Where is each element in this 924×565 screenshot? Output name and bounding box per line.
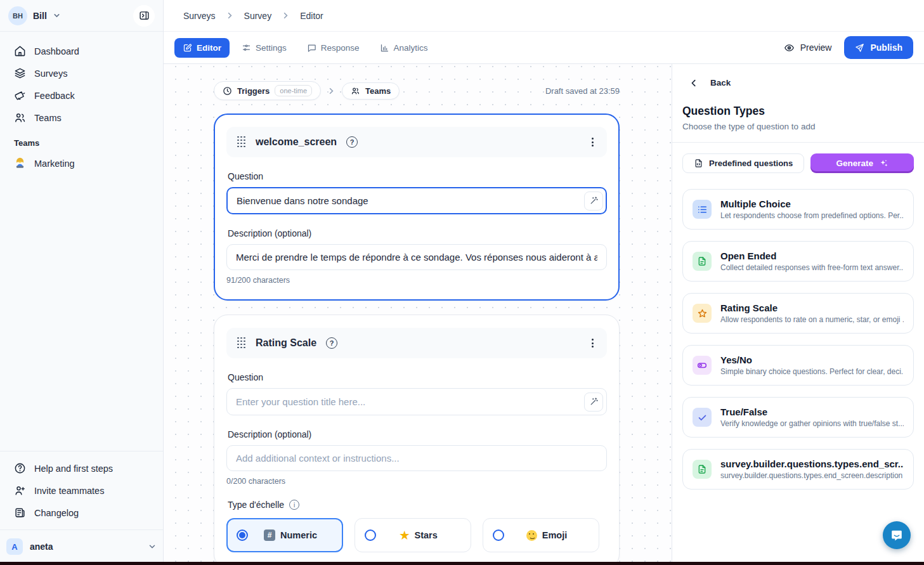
kebab-menu-icon[interactable] xyxy=(589,336,596,350)
preview-label: Preview xyxy=(800,42,832,53)
survey-canvas: Triggers one-time Teams Draft saved at 2… xyxy=(164,64,672,565)
question-card-rating-scale[interactable]: Rating Scale ? Question Description (opt… xyxy=(214,315,620,565)
star-emoji-icon: ★ xyxy=(400,530,409,541)
tab-response[interactable]: Response xyxy=(299,38,368,58)
question-type-rating-scale[interactable]: Rating Scale Allow respondents to rate o… xyxy=(682,293,914,334)
question-card-title: Rating Scale xyxy=(256,337,316,349)
question-type-desc: Simple binary choice questions. Perfect … xyxy=(720,367,904,376)
home-icon xyxy=(14,45,26,57)
preview-button[interactable]: Preview xyxy=(784,42,832,53)
changelog-icon xyxy=(14,507,26,519)
question-type-desc: Let respondents choose from predefined o… xyxy=(720,211,904,220)
question-input[interactable] xyxy=(226,388,607,415)
triggers-chip[interactable]: Triggers one-time xyxy=(214,81,321,100)
chevron-right-icon xyxy=(327,86,336,96)
drag-handle-icon[interactable] xyxy=(237,136,246,148)
question-type-desc: Verify knowledge or gather opinions with… xyxy=(720,419,904,428)
sidebar-item-label: Teams xyxy=(34,113,62,123)
panel-actions: Predefined questions Generate xyxy=(682,153,914,173)
generate-label: Generate xyxy=(836,159,873,168)
question-card-welcome-screen[interactable]: welcome_screen ? Question Description (o… xyxy=(214,114,620,301)
workspace-switcher[interactable]: BH Bill xyxy=(0,0,163,32)
sidebar-item-invite[interactable]: Invite teammates xyxy=(8,480,155,501)
sidebar-item-changelog[interactable]: Changelog xyxy=(8,502,155,523)
sidebar-nav: Dashboard Surveys Feedback Teams xyxy=(0,32,163,176)
editor-content: Triggers one-time Teams Draft saved at 2… xyxy=(164,64,924,565)
main-area: Surveys Survey Editor Editor Settings Re… xyxy=(164,0,924,565)
info-icon[interactable]: i xyxy=(289,500,299,510)
kebab-menu-icon[interactable] xyxy=(589,135,596,149)
question-type-end-screen[interactable]: survey.builder.questions.types.end_scr..… xyxy=(682,449,914,490)
scale-option-numeric[interactable]: # Numeric xyxy=(226,518,343,552)
question-card-title: welcome_screen xyxy=(256,136,337,148)
teams-chip[interactable]: Teams xyxy=(342,82,400,100)
sidebar-spacer xyxy=(0,176,163,451)
predefined-questions-button[interactable]: Predefined questions xyxy=(682,153,804,173)
question-type-desc: survey.builder.questions.types.end_scree… xyxy=(720,471,904,480)
tab-analytics[interactable]: Analytics xyxy=(372,38,436,58)
char-count: 91/200 characters xyxy=(226,276,607,285)
sidebar-item-label: Feedback xyxy=(34,91,75,101)
sidebar-item-teams[interactable]: Teams xyxy=(8,107,155,128)
question-type-title: Open Ended xyxy=(720,250,904,261)
generate-button[interactable]: Generate xyxy=(810,153,914,173)
tab-settings[interactable]: Settings xyxy=(233,38,295,58)
radio-unchecked-icon[interactable] xyxy=(365,529,376,541)
tab-editor[interactable]: Editor xyxy=(174,38,230,58)
chevron-down-icon xyxy=(53,11,61,20)
document-icon xyxy=(693,460,712,479)
description-label: Description (optional) xyxy=(228,429,606,439)
sidebar-item-label: Surveys xyxy=(34,68,67,79)
help-icon[interactable]: ? xyxy=(346,136,358,148)
question-input[interactable] xyxy=(226,187,607,214)
back-button[interactable]: Back xyxy=(682,78,914,88)
question-input-wrap xyxy=(226,388,607,415)
sidebar-item-dashboard[interactable]: Dashboard xyxy=(8,41,155,62)
chat-smile-icon xyxy=(890,528,904,542)
radio-unchecked-icon[interactable] xyxy=(493,529,504,541)
panel-title: Question Types xyxy=(682,105,914,118)
drag-handle-icon[interactable] xyxy=(237,337,246,349)
eye-icon xyxy=(784,42,795,53)
help-icon[interactable]: ? xyxy=(326,337,337,349)
breadcrumb-surveys[interactable]: Surveys xyxy=(183,11,216,21)
user-menu[interactable]: A aneta xyxy=(0,529,163,565)
sidebar-item-help[interactable]: Help and first steps xyxy=(8,458,155,479)
divider xyxy=(672,142,924,143)
description-input[interactable] xyxy=(226,445,607,471)
sidebar-item-surveys[interactable]: Surveys xyxy=(8,63,155,84)
sliders-icon xyxy=(242,43,251,53)
scale-option-stars[interactable]: ★ Stars xyxy=(355,518,471,552)
collapse-sidebar-button[interactable] xyxy=(133,5,155,27)
question-types-panel: Back Question Types Choose the type of q… xyxy=(672,64,924,565)
sidebar-item-marketing-team[interactable]: Marketing xyxy=(8,153,155,174)
question-type-open-ended[interactable]: Open Ended Collect detailed responses wi… xyxy=(682,241,914,282)
tab-label: Settings xyxy=(256,43,287,53)
magic-wand-button[interactable] xyxy=(584,192,603,211)
document-icon xyxy=(693,252,712,271)
breadcrumb-editor[interactable]: Editor xyxy=(300,11,323,21)
question-type-true-false[interactable]: True/False Verify knowledge or gather op… xyxy=(682,397,914,438)
publish-label: Publish xyxy=(870,42,902,53)
sidebar-item-feedback[interactable]: Feedback xyxy=(8,85,155,106)
scale-option-emoji[interactable]: Emoji xyxy=(483,518,599,552)
breadcrumb-survey[interactable]: Survey xyxy=(244,11,272,21)
tab-label: Response xyxy=(321,43,360,53)
toggle-icon xyxy=(693,356,712,375)
technologist-emoji-icon xyxy=(14,157,26,169)
radio-checked-icon[interactable] xyxy=(237,529,248,541)
description-label: Description (optional) xyxy=(228,228,606,238)
publish-button[interactable]: Publish xyxy=(844,36,913,59)
sidebar: BH Bill Dashboard Surv xyxy=(0,0,164,565)
description-input[interactable] xyxy=(226,244,607,270)
question-input-wrap xyxy=(226,187,607,214)
help-circle-icon xyxy=(14,462,26,474)
question-type-multiple-choice[interactable]: Multiple Choice Let respondents choose f… xyxy=(682,189,914,230)
chevron-down-icon xyxy=(148,542,157,551)
question-type-yes-no[interactable]: Yes/No Simple binary choice questions. P… xyxy=(682,345,914,386)
magic-wand-button[interactable] xyxy=(584,393,603,412)
editor-toolbar: Editor Settings Response Analytics Previ… xyxy=(164,32,924,64)
chat-launcher-button[interactable] xyxy=(883,521,911,549)
question-type-title: survey.builder.questions.types.end_scr..… xyxy=(720,458,904,469)
people-icon xyxy=(14,112,26,124)
